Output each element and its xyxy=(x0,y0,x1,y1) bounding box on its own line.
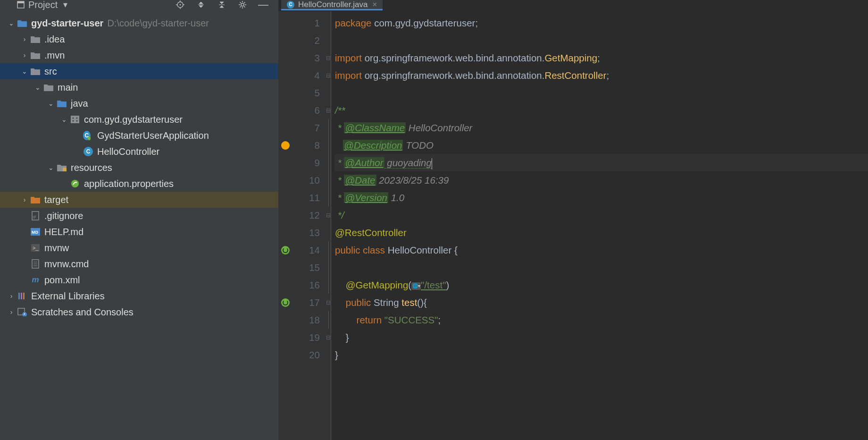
class-icon: C xyxy=(287,1,294,8)
collapse-all-icon[interactable] xyxy=(215,0,228,10)
root-name: gyd-starter-user xyxy=(31,18,103,29)
markdown-icon: MD xyxy=(30,227,41,237)
tree-item-app-class[interactable]: CGydStarterUserApplication xyxy=(0,127,278,144)
tree-item-mvnw[interactable]: >_mvnw xyxy=(0,240,278,256)
chevron-right-icon[interactable]: › xyxy=(20,35,29,43)
svg-rect-10 xyxy=(18,23,20,25)
code-content[interactable]: package com.gyd.gydstarteruser; import o… xyxy=(331,11,868,440)
libraries-icon xyxy=(17,291,27,301)
svg-rect-36 xyxy=(21,293,22,299)
svg-marker-15 xyxy=(57,101,67,107)
folder-icon xyxy=(30,66,41,76)
tree-item-package[interactable]: ⌄com.gyd.gydstarteruser xyxy=(0,111,278,127)
project-tree[interactable]: ⌄ gyd-starter-user D:\code\gyd-starter-u… xyxy=(0,11,278,440)
module-icon xyxy=(17,18,27,28)
tree-item-gitignore[interactable]: gi.gitignore xyxy=(0,208,278,224)
class-icon: C xyxy=(83,130,93,141)
svg-point-3 xyxy=(180,4,181,6)
tree-item-scratches[interactable]: ›Scratches and Consoles xyxy=(0,304,278,320)
fold-toggle[interactable]: ⊟ xyxy=(326,294,331,311)
scratches-icon xyxy=(17,307,27,317)
tree-item-idea[interactable]: ›.idea xyxy=(0,31,278,47)
gutter-icons xyxy=(278,11,292,440)
tree-item-external-libraries[interactable]: ›External Libraries xyxy=(0,288,278,304)
svg-rect-16 xyxy=(71,116,79,123)
tree-item-mvnw-cmd[interactable]: mvnw.cmd xyxy=(0,256,278,272)
project-root[interactable]: ⌄ gyd-starter-user D:\code\gyd-starter-u… xyxy=(0,15,278,31)
tree-item-src[interactable]: ⌄src xyxy=(0,63,278,79)
fold-toggle[interactable]: ⊟ xyxy=(326,329,331,346)
code-editor[interactable]: 1234567891011121314151617181920 ⊟⊟⊟⊟⊟⊟ p… xyxy=(278,11,868,440)
chevron-down-icon[interactable]: ⌄ xyxy=(59,116,69,123)
fold-gutter[interactable]: ⊟⊟⊟⊟⊟⊟ xyxy=(326,11,331,440)
editor-tab[interactable]: C HelloController.java × xyxy=(281,0,383,10)
spring-bean-icon[interactable] xyxy=(281,298,290,307)
svg-marker-11 xyxy=(31,36,40,43)
editor-tabs: C HelloController.java × xyxy=(278,0,868,11)
hide-icon[interactable]: — xyxy=(257,0,270,10)
tree-item-target[interactable]: ›target xyxy=(0,192,278,208)
tree-item-controller-class[interactable]: CHelloController xyxy=(0,144,278,160)
svg-point-20 xyxy=(76,120,78,122)
project-tool-window: Project ▾ — ⌄ gyd-starter-user D:\code\g… xyxy=(0,0,278,440)
svg-point-8 xyxy=(241,3,244,6)
tree-item-mvn[interactable]: ›.mvn xyxy=(0,47,278,63)
project-title[interactable]: Project xyxy=(28,0,58,10)
tree-item-app-properties[interactable]: application.properties xyxy=(0,176,278,192)
svg-rect-37 xyxy=(23,293,25,299)
chevron-down-icon[interactable]: ⌄ xyxy=(33,84,42,91)
chevron-down-icon[interactable]: ⌄ xyxy=(20,68,29,75)
source-folder-icon xyxy=(57,98,67,109)
chevron-down-icon[interactable]: ⌄ xyxy=(7,19,16,27)
folder-icon xyxy=(30,50,41,60)
intention-bulb-icon[interactable] xyxy=(281,141,290,150)
url-icon[interactable]: 🌐▾ xyxy=(411,282,421,290)
folder-icon xyxy=(43,82,54,93)
text-cursor xyxy=(432,158,432,169)
folder-icon xyxy=(30,195,41,205)
fold-toggle[interactable]: ⊟ xyxy=(326,49,331,67)
svg-point-23 xyxy=(71,180,79,187)
tab-label: HelloController.java xyxy=(298,0,367,9)
editor-area: C HelloController.java × 123456789101112… xyxy=(278,0,868,440)
svg-marker-12 xyxy=(31,52,40,59)
svg-point-18 xyxy=(76,118,78,119)
chevron-right-icon[interactable]: › xyxy=(20,196,29,203)
locate-icon[interactable] xyxy=(174,0,187,10)
tree-item-help[interactable]: MDHELP.md xyxy=(0,224,278,240)
spring-bean-icon[interactable] xyxy=(281,246,290,254)
dropdown-icon[interactable]: ▾ xyxy=(63,0,67,10)
svg-rect-1 xyxy=(17,1,24,3)
tree-item-main[interactable]: ⌄main xyxy=(0,79,278,95)
chevron-down-icon[interactable]: ⌄ xyxy=(46,100,56,107)
resources-folder-icon xyxy=(57,162,67,173)
fold-toggle[interactable]: ⊟ xyxy=(326,206,331,224)
file-icon xyxy=(30,259,41,269)
tree-item-java[interactable]: ⌄java xyxy=(0,95,278,111)
chevron-down-icon[interactable]: ⌄ xyxy=(46,164,56,171)
class-icon: C xyxy=(83,146,93,157)
chevron-right-icon[interactable]: › xyxy=(7,308,16,316)
expand-all-icon[interactable] xyxy=(194,0,208,10)
svg-marker-24 xyxy=(31,197,40,203)
root-path: D:\code\gyd-starter-user xyxy=(107,18,209,29)
svg-point-19 xyxy=(73,120,74,122)
file-icon: gi xyxy=(30,211,41,221)
svg-text:>_: >_ xyxy=(33,245,39,251)
package-icon xyxy=(70,114,80,125)
shell-icon: >_ xyxy=(30,243,41,253)
settings-icon[interactable] xyxy=(236,0,249,10)
svg-marker-14 xyxy=(44,85,53,91)
svg-point-17 xyxy=(73,118,74,119)
chevron-right-icon[interactable]: › xyxy=(7,292,16,300)
fold-toggle[interactable]: ⊟ xyxy=(326,102,331,119)
tree-item-pom[interactable]: mpom.xml xyxy=(0,272,278,288)
chevron-right-icon[interactable]: › xyxy=(20,51,29,59)
tree-item-resources[interactable]: ⌄resources xyxy=(0,160,278,176)
svg-rect-22 xyxy=(63,168,67,171)
fold-toggle[interactable]: ⊟ xyxy=(326,67,331,84)
svg-rect-35 xyxy=(18,293,20,299)
close-icon[interactable]: × xyxy=(372,0,377,9)
window-icon xyxy=(17,1,25,8)
line-numbers: 1234567891011121314151617181920 xyxy=(292,11,326,440)
